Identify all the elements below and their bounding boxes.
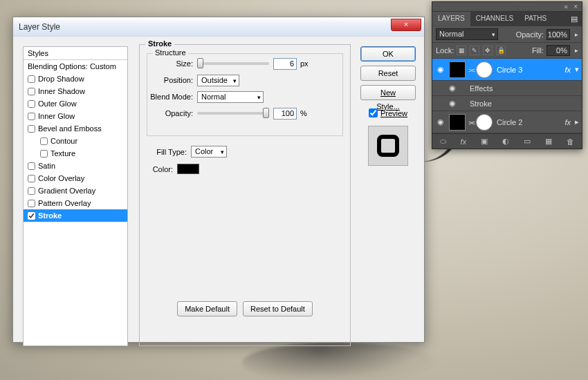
style-row-drop-shadow[interactable]: Drop Shadow xyxy=(24,73,127,85)
slider-thumb[interactable] xyxy=(263,108,269,118)
adjustment-layer-icon[interactable]: ◐ xyxy=(502,137,509,146)
layer-name[interactable]: Circle 3 xyxy=(497,66,522,74)
tab-channels[interactable]: CHANNELS xyxy=(470,12,519,26)
style-checkbox[interactable] xyxy=(28,100,35,108)
delete-layer-icon[interactable]: 🗑 xyxy=(567,137,574,146)
fx-badge[interactable]: fx xyxy=(564,118,571,126)
style-checkbox[interactable] xyxy=(28,187,35,195)
size-slider[interactable] xyxy=(197,62,269,65)
eye-icon[interactable]: ◉ xyxy=(449,99,456,108)
layer-opacity-input[interactable]: 100% xyxy=(546,29,570,40)
style-checkbox[interactable] xyxy=(28,75,35,83)
add-mask-icon[interactable]: ▣ xyxy=(481,137,488,146)
style-checkbox[interactable] xyxy=(28,175,35,182)
position-select[interactable]: Outside xyxy=(197,75,239,86)
style-label: Drop Shadow xyxy=(38,75,84,83)
link-icon[interactable]: ⫘ xyxy=(468,117,476,127)
fill-input[interactable]: 0% xyxy=(546,45,570,56)
make-default-button[interactable]: Make Default xyxy=(177,301,237,316)
style-checkbox[interactable] xyxy=(40,137,48,145)
lock-pixels-icon[interactable]: ✎ xyxy=(470,46,479,55)
style-row-pattern-overlay[interactable]: Pattern Overlay xyxy=(24,197,127,209)
lock-all-icon[interactable]: 🔒 xyxy=(496,46,506,55)
preview-checkbox[interactable] xyxy=(369,108,378,117)
style-checkbox[interactable] xyxy=(28,125,35,133)
blending-options-row[interactable]: Blending Options: Custom xyxy=(24,60,127,73)
close-button[interactable]: × xyxy=(391,19,421,31)
preview-inner-stroke xyxy=(377,135,399,157)
link-layers-icon[interactable]: ⬭ xyxy=(440,137,446,146)
close-icon[interactable]: × xyxy=(573,3,578,10)
fill-label: Fill: xyxy=(532,46,544,55)
style-row-gradient-overlay[interactable]: Gradient Overlay xyxy=(24,184,127,197)
style-row-color-overlay[interactable]: Color Overlay xyxy=(24,172,127,184)
style-checkbox[interactable] xyxy=(28,212,35,220)
fx-expand-icon[interactable]: ▾ xyxy=(575,65,579,74)
layer-row-circle-2[interactable]: ◉ ⫘ Circle 2 fx ▸ xyxy=(432,111,582,133)
effects-header[interactable]: ◉ Effects xyxy=(432,81,582,96)
style-label: Gradient Overlay xyxy=(38,187,95,195)
layer-thumbnail[interactable] xyxy=(449,114,466,131)
opacity-input[interactable]: 100 xyxy=(273,108,297,120)
eye-icon[interactable]: ◉ xyxy=(449,84,456,93)
visibility-toggle[interactable]: ◉ xyxy=(432,117,449,126)
style-label: Contour xyxy=(50,137,77,145)
style-checkbox[interactable] xyxy=(28,113,35,120)
lock-transparency-icon[interactable]: ▦ xyxy=(457,46,466,55)
style-checkbox[interactable] xyxy=(40,150,48,158)
style-checkbox[interactable] xyxy=(28,162,35,170)
preview-swatch xyxy=(368,126,408,166)
size-input[interactable]: 6 xyxy=(273,58,297,70)
style-row-contour[interactable]: Contour xyxy=(24,135,127,147)
opacity-stepper-icon[interactable]: ▸ xyxy=(575,31,578,38)
group-icon[interactable]: ▭ xyxy=(524,137,531,146)
panel-menu-icon[interactable]: ▤ xyxy=(567,12,582,26)
effect-stroke-row[interactable]: ◉ Stroke xyxy=(432,96,582,111)
opacity-unit: % xyxy=(300,109,307,117)
layer-row-circle-3[interactable]: ◉ ⫘ Circle 3 fx ▾ xyxy=(432,59,582,81)
ok-button[interactable]: OK xyxy=(360,46,416,61)
effect-name: Stroke xyxy=(470,99,492,108)
style-row-texture[interactable]: Texture xyxy=(24,147,127,160)
tab-paths[interactable]: PATHS xyxy=(519,12,552,26)
fx-button-icon[interactable]: fx xyxy=(461,137,467,146)
blendmode-select[interactable]: Normal xyxy=(197,91,264,103)
reset-button[interactable]: Reset xyxy=(360,66,416,81)
opacity-slider[interactable] xyxy=(197,112,269,115)
slider-thumb[interactable] xyxy=(197,58,203,68)
layer-mask-thumbnail[interactable] xyxy=(476,114,493,131)
reset-default-button[interactable]: Reset to Default xyxy=(243,301,313,316)
style-row-inner-shadow[interactable]: Inner Shadow xyxy=(24,85,127,97)
fx-badge[interactable]: fx xyxy=(564,66,571,74)
fill-stepper-icon[interactable]: ▸ xyxy=(575,47,578,54)
color-swatch[interactable] xyxy=(177,164,199,174)
layer-name[interactable]: Circle 2 xyxy=(497,118,522,126)
style-row-outer-glow[interactable]: Outer Glow xyxy=(24,97,127,110)
style-row-inner-glow[interactable]: Inner Glow xyxy=(24,110,127,122)
collapse-icon[interactable]: « xyxy=(564,3,569,10)
dialog-title: Layer Style xyxy=(19,22,60,32)
style-label: Inner Shadow xyxy=(38,87,85,95)
fx-expand-icon[interactable]: ▸ xyxy=(575,117,579,126)
new-layer-icon[interactable]: ▦ xyxy=(545,137,552,146)
lock-position-icon[interactable]: ✥ xyxy=(483,46,493,55)
new-style-button[interactable]: New Style... xyxy=(360,85,416,100)
layer-blendmode-select[interactable]: Normal xyxy=(436,28,498,40)
preview-label: Preview xyxy=(380,109,407,117)
style-checkbox[interactable] xyxy=(28,88,35,95)
tab-layers[interactable]: LAYERS xyxy=(432,12,470,26)
style-row-bevel-emboss[interactable]: Bevel and Emboss xyxy=(24,122,127,135)
opacity-label: Opacity: xyxy=(147,109,197,117)
layer-thumbnail[interactable] xyxy=(449,61,466,78)
styles-header[interactable]: Styles xyxy=(24,47,127,60)
filltype-label: Fill Type: xyxy=(147,148,191,156)
style-row-stroke[interactable]: Stroke xyxy=(24,209,127,222)
layer-mask-thumbnail[interactable] xyxy=(476,61,493,78)
filltype-select[interactable]: Color xyxy=(191,146,227,158)
style-checkbox[interactable] xyxy=(28,200,35,207)
dialog-titlebar[interactable]: Layer Style × xyxy=(13,17,424,37)
link-icon[interactable]: ⫘ xyxy=(468,65,476,75)
style-row-satin[interactable]: Satin xyxy=(24,160,127,172)
styles-list: Styles Blending Options: Custom Drop Sha… xyxy=(23,46,128,346)
visibility-toggle[interactable]: ◉ xyxy=(432,65,449,74)
